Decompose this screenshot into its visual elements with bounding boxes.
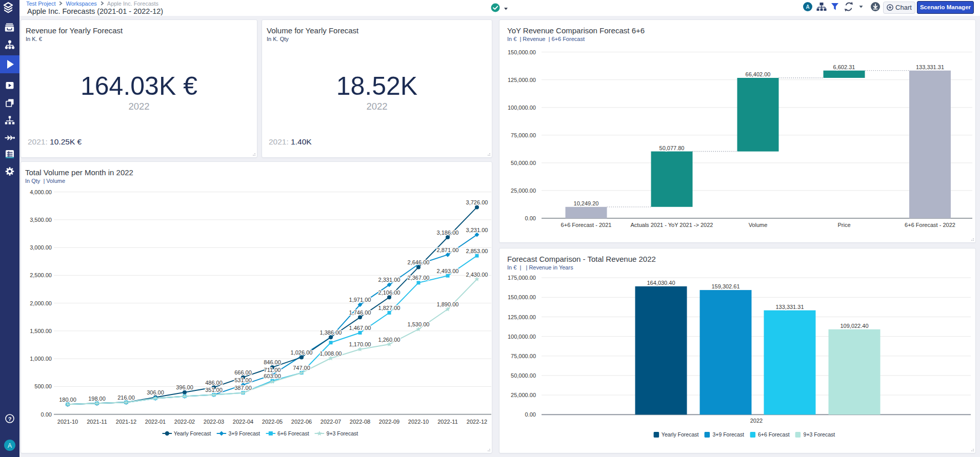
svg-text:1,530.00: 1,530.00 (408, 321, 430, 327)
svg-text:1,500.00: 1,500.00 (30, 328, 52, 334)
svg-text:75,000.00: 75,000.00 (511, 132, 536, 138)
svg-text:3,726.00: 3,726.00 (466, 199, 488, 205)
svg-text:1,170.00: 1,170.00 (349, 341, 371, 347)
svg-text:50,000.00: 50,000.00 (511, 160, 536, 166)
svg-text:1,260.00: 1,260.00 (378, 337, 401, 343)
svg-text:2,331.00: 2,331.00 (378, 277, 401, 283)
svg-text:2,646.00: 2,646.00 (408, 259, 430, 265)
svg-text:306.00: 306.00 (147, 389, 164, 396)
svg-text:50,077.80: 50,077.80 (659, 145, 685, 151)
svg-text:100,000.00: 100,000.00 (508, 334, 536, 340)
svg-text:0.00: 0.00 (41, 411, 52, 418)
svg-text:603.00: 603.00 (264, 373, 281, 379)
svg-text:2,853.00: 2,853.00 (466, 248, 488, 254)
svg-text:531.00: 531.00 (234, 377, 252, 383)
svg-text:66,402.00: 66,402.00 (746, 71, 771, 77)
svg-text:75,000.00: 75,000.00 (511, 353, 536, 359)
svg-text:25,000.00: 25,000.00 (511, 392, 536, 398)
svg-text:500.00: 500.00 (34, 383, 52, 389)
svg-text:2022-05: 2022-05 (262, 419, 283, 425)
svg-text:100,000.00: 100,000.00 (508, 105, 536, 111)
svg-text:?: ? (8, 416, 12, 422)
svg-text:0.00: 0.00 (525, 411, 536, 418)
svg-text:1,386.00: 1,386.00 (320, 329, 342, 336)
svg-text:1,746.00: 1,746.00 (349, 309, 371, 316)
svg-text:164,030.40: 164,030.40 (647, 280, 675, 286)
svg-text:2021-10: 2021-10 (57, 419, 78, 425)
svg-text:3,500.00: 3,500.00 (30, 217, 52, 223)
svg-text:2,500.00: 2,500.00 (30, 272, 52, 278)
svg-text:Actuals 2021 - YoY 2021 -> 202: Actuals 2021 - YoY 2021 -> 2022 (631, 222, 713, 228)
svg-text:2022-08: 2022-08 (350, 419, 370, 425)
svg-text:846.00: 846.00 (264, 359, 281, 365)
svg-text:50,000.00: 50,000.00 (511, 372, 536, 379)
svg-text:198.00: 198.00 (88, 396, 106, 402)
svg-text:351.00: 351.00 (205, 387, 223, 393)
svg-text:216.00: 216.00 (117, 394, 135, 401)
svg-text:6+6 Forecast - 2022: 6+6 Forecast - 2022 (905, 222, 955, 228)
svg-text:Volume: Volume (749, 222, 768, 228)
svg-text:2022-03: 2022-03 (204, 419, 224, 425)
svg-text:125,000.00: 125,000.00 (508, 77, 536, 83)
svg-text:387.00: 387.00 (234, 385, 252, 391)
svg-text:125,000.00: 125,000.00 (508, 314, 536, 320)
svg-text:486.00: 486.00 (205, 380, 223, 386)
svg-text:1,026.00: 1,026.00 (291, 349, 313, 356)
svg-text:3,000.00: 3,000.00 (30, 244, 52, 251)
svg-text:1,827.00: 1,827.00 (378, 305, 401, 311)
svg-text:2022: 2022 (750, 418, 763, 424)
svg-text:2022-09: 2022-09 (379, 419, 399, 425)
svg-text:Price: Price (837, 222, 850, 228)
svg-text:4,000.00: 4,000.00 (30, 189, 52, 195)
svg-text:109,022.40: 109,022.40 (840, 323, 868, 329)
svg-text:150,000.00: 150,000.00 (508, 49, 536, 55)
svg-text:3,231.00: 3,231.00 (466, 227, 488, 233)
svg-text:2021-12: 2021-12 (116, 419, 136, 425)
svg-text:2022-07: 2022-07 (321, 419, 341, 425)
svg-text:133,331.31: 133,331.31 (775, 304, 804, 310)
svg-text:2022-02: 2022-02 (174, 419, 195, 425)
svg-text:6,602.31: 6,602.31 (833, 64, 855, 70)
svg-text:1,008.00: 1,008.00 (320, 350, 342, 357)
svg-text:6+6 Forecast - 2021: 6+6 Forecast - 2021 (561, 222, 612, 228)
svg-text:2,871.00: 2,871.00 (437, 247, 459, 253)
svg-text:10,249.20: 10,249.20 (574, 200, 599, 206)
svg-text:1,000.00: 1,000.00 (30, 356, 52, 362)
svg-text:711.00: 711.00 (264, 367, 281, 373)
svg-text:2022-12: 2022-12 (467, 419, 487, 425)
svg-text:2022-01: 2022-01 (145, 419, 166, 425)
svg-text:2,000.00: 2,000.00 (30, 300, 52, 306)
svg-text:1,971.00: 1,971.00 (349, 297, 371, 303)
svg-text:747.00: 747.00 (293, 365, 310, 371)
svg-text:2022-11: 2022-11 (437, 419, 458, 425)
svg-text:150,000.00: 150,000.00 (508, 294, 536, 300)
svg-text:2,367.00: 2,367.00 (408, 275, 430, 281)
svg-text:175,000.00: 175,000.00 (508, 275, 536, 281)
svg-text:396.00: 396.00 (176, 384, 193, 390)
svg-text:2022-04: 2022-04 (233, 419, 253, 425)
svg-text:2,430.00: 2,430.00 (466, 272, 488, 278)
svg-text:180.00: 180.00 (59, 397, 76, 403)
svg-text:159,302.61: 159,302.61 (711, 283, 739, 289)
svg-text:2021-11: 2021-11 (87, 419, 107, 425)
svg-text:666.00: 666.00 (234, 369, 252, 376)
svg-text:133,331.31: 133,331.31 (916, 64, 944, 70)
svg-text:1,890.00: 1,890.00 (437, 301, 459, 307)
svg-text:2,106.00: 2,106.00 (378, 289, 401, 296)
svg-text:2,493.00: 2,493.00 (437, 268, 459, 274)
svg-text:2022-10: 2022-10 (408, 419, 429, 425)
svg-text:25,000.00: 25,000.00 (511, 188, 536, 194)
svg-text:3,186.00: 3,186.00 (437, 230, 459, 236)
svg-text:0.00: 0.00 (525, 215, 536, 221)
svg-text:A: A (806, 4, 809, 10)
svg-text:2022-06: 2022-06 (291, 419, 312, 425)
svg-text:1,467.00: 1,467.00 (349, 325, 371, 331)
svg-text:A: A (8, 442, 12, 449)
